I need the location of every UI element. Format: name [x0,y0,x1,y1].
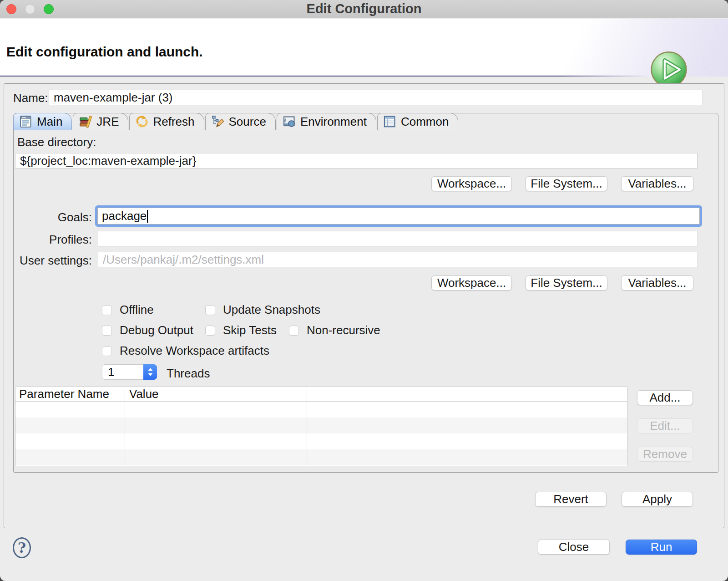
add-button[interactable]: Add... [637,390,693,405]
debug-output-label: Debug Output [120,323,193,337]
offline-checkbox-row: Offline [102,303,154,317]
tab-main-label: Main [37,115,62,129]
workspace-button[interactable]: Workspace... [431,176,512,191]
help-glyph: ? [18,540,26,556]
table-row[interactable] [15,433,627,449]
remove-button[interactable]: Remove [637,447,693,462]
variables-button-2[interactable]: Variables... [621,275,693,290]
non-recursive-checkbox[interactable] [289,326,299,336]
minimize-window-icon[interactable] [25,4,35,14]
parameter-name-column-header: Parameter Name [19,387,109,401]
configuration-panel: Name: Main [4,83,724,528]
tab-refresh[interactable]: Refresh [129,113,204,130]
table-row[interactable] [15,402,627,418]
banner-gradient [473,19,728,76]
update-snapshots-checkbox[interactable] [205,305,215,315]
file-system-button[interactable]: File System... [526,176,607,191]
value-column-header: Value [129,387,159,401]
table-row[interactable] [15,465,627,466]
column-divider [125,387,125,466]
parameters-table[interactable]: Parameter Name Value [15,387,627,466]
skip-tests-checkbox[interactable] [205,326,215,336]
table-row[interactable] [15,449,627,465]
title-bar[interactable]: Edit Configuration [0,0,728,18]
workspace-button-2[interactable]: Workspace... [431,275,512,290]
non-recursive-label: Non-recursive [307,323,380,337]
threads-value: 1 [102,365,143,379]
skip-tests-label: Skip Tests [223,323,277,337]
goals-input[interactable]: package [97,208,700,224]
help-icon[interactable]: ? [13,537,31,558]
resolve-workspace-artifacts-checkbox[interactable] [102,346,112,356]
update-snapshots-checkbox-row: Update Snapshots [205,303,320,317]
environment-tab-icon [283,115,296,128]
offline-checkbox[interactable] [102,305,112,315]
edit-configuration-dialog: Edit Configuration Edit configuration an… [0,0,728,581]
tab-jre-label: JRE [96,115,119,129]
offline-label: Offline [120,303,154,317]
tab-source-label: Source [229,115,266,129]
common-tab-icon [383,115,397,128]
tab-common-label: Common [401,115,449,129]
threads-label: Threads [167,367,210,381]
goals-label: Goals: [14,210,92,224]
tab-refresh-label: Refresh [153,115,194,129]
skip-tests-checkbox-row: Skip Tests [205,323,277,337]
tab-strip: Main JRE [13,113,459,130]
column-divider [307,387,307,466]
tab-environment-label: Environment [300,115,367,129]
close-window-icon[interactable] [6,4,16,14]
user-settings-label: User settings: [14,254,92,268]
table-row[interactable] [15,418,627,433]
tab-environment[interactable]: Environment [277,113,376,130]
tab-folder: Main JRE [13,113,718,473]
tab-jre[interactable]: JRE [73,113,128,130]
refresh-tab-icon [135,115,149,128]
zoom-window-icon[interactable] [44,4,54,14]
update-snapshots-label: Update Snapshots [223,303,320,317]
goals-text: package [102,209,147,223]
tab-common[interactable]: Common [377,113,458,130]
variables-button[interactable]: Variables... [621,176,693,191]
main-tab-icon [19,115,33,128]
non-recursive-checkbox-row: Non-recursive [289,323,380,337]
stepper-arrows-icon[interactable] [143,364,157,380]
banner-message: Edit configuration and launch. [6,44,203,60]
run-button[interactable]: Run [626,540,697,555]
resolve-workspace-artifacts-label: Resolve Workspace artifacts [120,344,269,358]
tab-source[interactable]: Source [205,113,276,130]
parameters-table-header: Parameter Name Value [15,387,627,402]
source-tab-icon [211,115,225,128]
resolve-workspace-artifacts-checkbox-row: Resolve Workspace artifacts [102,344,269,358]
name-input[interactable] [49,90,703,105]
jre-tab-icon [79,115,92,128]
close-button[interactable]: Close [538,540,610,555]
debug-output-checkbox-row: Debug Output [102,323,193,337]
user-settings-input[interactable] [98,252,698,267]
banner: Edit configuration and launch. [0,19,728,76]
base-directory-label: Base directory: [17,135,96,149]
base-directory-input[interactable] [15,153,698,168]
tab-main[interactable]: Main [13,113,72,130]
profiles-label: Profiles: [14,233,92,247]
edit-button[interactable]: Edit... [637,418,693,433]
window-title: Edit Configuration [307,1,422,16]
apply-button[interactable]: Apply [622,492,693,507]
text-caret [147,210,148,223]
revert-button[interactable]: Revert [535,492,607,507]
threads-spinner[interactable]: 1 [102,364,157,380]
file-system-button-2[interactable]: File System... [526,275,607,290]
goals-input-focus-ring: package [95,205,702,227]
debug-output-checkbox[interactable] [102,326,112,336]
profiles-input[interactable] [98,231,698,246]
name-label: Name: [13,91,48,105]
